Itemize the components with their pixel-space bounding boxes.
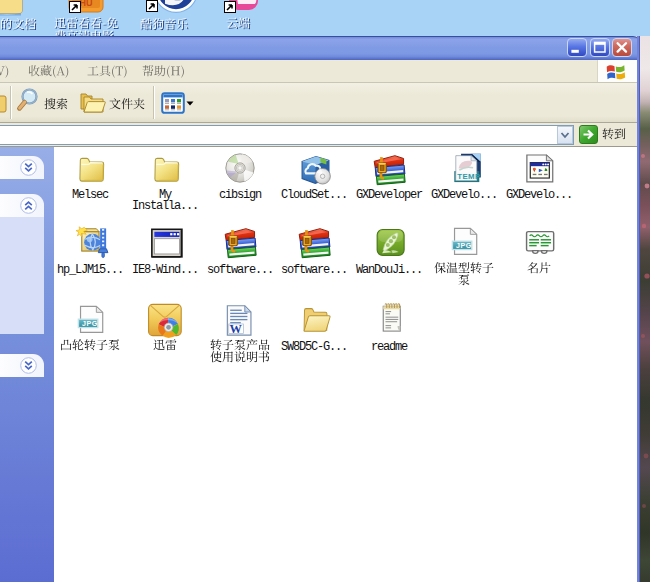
svg-text:JPG: JPG [456,242,472,249]
svg-text:W: W [229,322,242,336]
svg-text:HU: HU [80,0,93,8]
svg-text:TEMP: TEMP [457,173,480,181]
svg-text:JPG: JPG [82,320,98,327]
